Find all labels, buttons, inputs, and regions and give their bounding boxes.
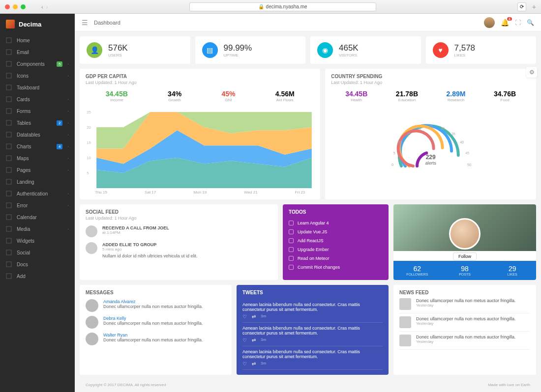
profile-card: Follow 62FOLLOWERS98POSTS29LIKES: [393, 204, 536, 280]
svg-rect-5: [6, 97, 11, 102]
tweet-time: 3m: [261, 337, 266, 343]
hamburger-icon[interactable]: ☰: [82, 19, 88, 27]
new-tab-icon[interactable]: +: [532, 3, 536, 11]
close-window[interactable]: [5, 4, 10, 9]
sidebar-item-calendar[interactable]: Calendar: [0, 211, 75, 223]
sidebar-item-pages[interactable]: Pages ›: [0, 164, 75, 176]
sidebar-item-maps[interactable]: Maps ›: [0, 152, 75, 164]
sidebar-item-icons[interactable]: Icons ›: [0, 70, 75, 82]
checkbox-icon[interactable]: [289, 247, 294, 252]
profile-stat-value: 98: [441, 265, 489, 273]
like-icon[interactable]: ♡: [242, 314, 247, 319]
nav-label: Cards: [17, 97, 62, 102]
like-icon[interactable]: ♡: [242, 361, 247, 366]
svg-text:5: 5: [393, 151, 395, 155]
checkbox-icon[interactable]: [289, 221, 294, 225]
sidebar-item-docs[interactable]: Docs: [0, 258, 75, 270]
user-avatar[interactable]: [484, 17, 495, 28]
server-icon: ▤: [202, 42, 218, 58]
share-icon[interactable]: ⇄: [252, 314, 256, 319]
sidebar-item-components[interactable]: Components 5 ›: [0, 58, 75, 70]
sidebar-item-widgets[interactable]: Widgets: [0, 235, 75, 247]
back-icon[interactable]: ‹: [41, 4, 43, 10]
todo-label: Add ReactJS: [298, 238, 324, 243]
minimize-window[interactable]: [13, 4, 18, 9]
app-logo[interactable]: Decima: [0, 14, 75, 34]
sidebar-item-home[interactable]: Home: [0, 34, 75, 46]
sidebar: Decima Home Email Components 5 › Icons ›…: [0, 14, 75, 392]
country-subtitle: Last Updated: 1 Hour Ago: [331, 80, 530, 85]
settings-icon[interactable]: ⚙: [526, 67, 537, 78]
chevron-right-icon: ›: [67, 227, 69, 231]
stat-label: VISITORS: [339, 53, 359, 57]
checkbox-icon[interactable]: [289, 238, 294, 243]
news-item[interactable]: Donec ullamcorper nulla non metus auctor…: [399, 313, 530, 332]
avatar: [86, 316, 98, 329]
sidebar-item-media[interactable]: Media ›: [0, 223, 75, 235]
like-icon[interactable]: ♡: [242, 337, 247, 343]
share-icon[interactable]: ⇄: [252, 361, 256, 366]
maximize-window[interactable]: [21, 4, 26, 9]
tweet-text: Aenean lacinia bibendum nulla sed consec…: [242, 302, 383, 312]
news-time: Yesterday: [416, 321, 516, 326]
sidebar-item-landing[interactable]: Landing: [0, 176, 75, 188]
news-item[interactable]: Donec ullamcorper nulla non metus auctor…: [399, 332, 530, 350]
todo-item[interactable]: Read on Meteor: [289, 254, 383, 263]
todo-item[interactable]: Learn Angular 4: [289, 219, 383, 227]
profile-stat-label: FOLLOWERS: [393, 273, 441, 276]
sidebar-item-charts[interactable]: Charts 4 ›: [0, 140, 75, 152]
svg-text:20: 20: [87, 125, 91, 130]
todo-item[interactable]: Update Vue.JS: [289, 227, 383, 236]
nav-label: Icons: [17, 73, 62, 79]
message-item[interactable]: Debra KellyDonec ullamcorper nulla non m…: [86, 316, 226, 329]
sidebar-item-cards[interactable]: Cards ›: [0, 93, 75, 105]
nav-label: Home: [17, 38, 69, 43]
feed-item-time: 5 mins ago: [102, 247, 198, 252]
sidebar-item-error[interactable]: Error ›: [0, 199, 75, 211]
sidebar-item-add[interactable]: Add: [0, 270, 75, 282]
tweet-text: Aenean lacinia bibendum nulla sed consec…: [242, 349, 383, 359]
reload-icon[interactable]: ⟳: [517, 2, 526, 11]
metric-label: Health: [345, 98, 367, 102]
stat-card-uptime: ▤ 99.99%UPTIME: [195, 36, 306, 64]
main-content: ☰ Dashboard 🔔4 ⛶ 🔍 👤 576KUSERS▤ 99.99%UP…: [75, 14, 541, 392]
svg-rect-18: [6, 250, 11, 255]
todo-item[interactable]: Add ReactJS: [289, 236, 383, 245]
area-chart: 510152025: [86, 107, 314, 188]
search-icon[interactable]: 🔍: [527, 19, 534, 26]
follow-button[interactable]: Follow: [453, 252, 477, 260]
logo-icon: [6, 20, 15, 28]
sidebar-item-authentication[interactable]: Authentication ›: [0, 188, 75, 199]
messages-title: MESSAGES: [86, 290, 226, 295]
checkbox-icon[interactable]: [289, 265, 294, 270]
gauge-chart: 05101520253035404550 229 alerts: [331, 107, 530, 188]
checkbox-icon[interactable]: [289, 229, 294, 234]
share-icon[interactable]: ⇄: [252, 337, 256, 343]
footer: Copyright © 2017 DECIMA. All rights rese…: [80, 380, 536, 390]
feed-item-body: Nullam id dolor id nibh ultricies vehicu…: [102, 253, 198, 258]
news-item[interactable]: Donec ullamcorper nulla non metus auctor…: [399, 295, 530, 313]
metric: 34.76BFood: [494, 90, 516, 102]
sidebar-item-taskboard[interactable]: Taskboard: [0, 82, 75, 93]
metric: 45%GNI: [221, 90, 235, 102]
todo-item[interactable]: Upgrade Ember: [289, 245, 383, 254]
notifications-icon[interactable]: 🔔4: [501, 19, 509, 27]
sidebar-item-datatables[interactable]: Datatables ›: [0, 129, 75, 140]
message-item[interactable]: Amanda AlvarezDonec ullamcorper nulla no…: [86, 299, 226, 312]
profile-avatar[interactable]: [449, 218, 481, 250]
fullscreen-icon[interactable]: ⛶: [515, 19, 521, 26]
gdp-card: GDP PER CAPITA Last Updated: 1 Hour Ago …: [80, 69, 320, 199]
sidebar-item-tables[interactable]: Tables 2 ›: [0, 117, 75, 129]
url-bar[interactable]: 🔒decima.nyasha.me: [189, 2, 376, 11]
sidebar-item-forms[interactable]: Forms ›: [0, 105, 75, 117]
app-name: Decima: [19, 21, 41, 28]
svg-rect-8: [6, 132, 11, 137]
sidebar-item-social[interactable]: Social: [0, 247, 75, 258]
message-item[interactable]: Walter RyanDonec ullamcorper nulla non m…: [86, 333, 226, 345]
lock-icon: [6, 191, 12, 196]
todo-item[interactable]: Commit Riot changes: [289, 263, 383, 272]
checkbox-icon[interactable]: [289, 256, 294, 261]
svg-rect-17: [6, 238, 11, 243]
sidebar-item-email[interactable]: Email: [0, 46, 75, 58]
metric: 21.78BEducation: [396, 90, 418, 102]
